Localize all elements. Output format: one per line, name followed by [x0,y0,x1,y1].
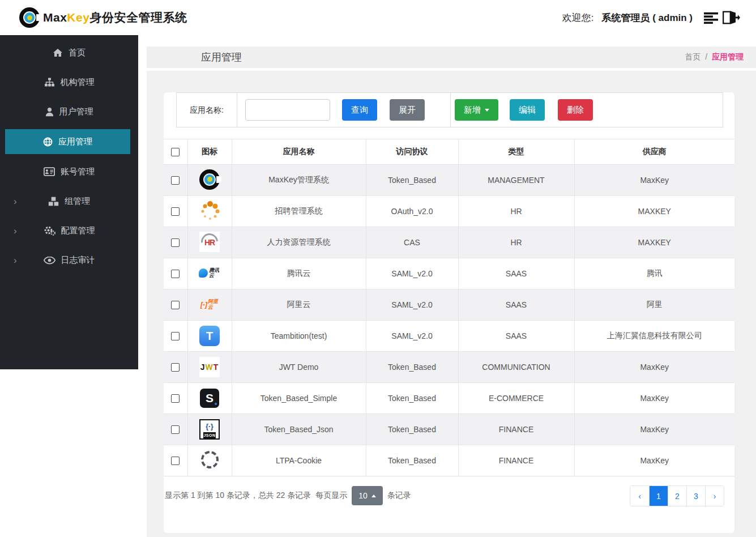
search-toolbar: 应用名称: 查询 展开 新增 编辑 删除 [176,92,723,127]
app-protocol-cell: Token_Based [366,383,458,414]
select-all-checkbox[interactable] [171,148,180,156]
sidebar-item-6[interactable]: ›配置管理 [0,219,138,242]
hr-app-icon: HR [199,232,220,252]
row-checkbox-cell [164,165,187,196]
logout-icon[interactable] [723,11,740,24]
table-row: LTPA-CookieToken_BasedFINANCEMaxKey [164,445,734,476]
table-row: TTeambition(test)SAML_v2.0SAAS上海汇翼信息科技有限… [164,321,734,352]
select-all-cell [164,139,187,165]
globe-icon [43,137,53,147]
app-table-body: MaxKey管理系统Token_BasedMANAGEMENTMaxKey招聘管… [164,165,734,476]
table-row: JWTJWT DemoToken_BasedCOMMUNICATIONMaxKe… [164,352,734,383]
app-icon-cell: S [187,383,232,414]
sidebar-item-0[interactable]: 首页 [0,41,138,65]
page-size-dropdown[interactable]: 10 [352,486,383,505]
add-button[interactable]: 新增 [455,99,498,121]
chevron-right-icon: › [14,197,17,206]
sidebar-item-2[interactable]: 用户管理 [0,100,138,123]
app-type-cell: SAAS [458,258,574,289]
records-suffix: 条记录 [387,491,411,501]
edit-button[interactable]: 编辑 [510,99,545,121]
app-type-cell: FINANCE [458,445,574,476]
table-row: {·}JSONToken_Based_JsonToken_BasedFINANC… [164,414,734,445]
app-name-input[interactable] [245,99,330,121]
breadcrumb-home-link[interactable]: 首页 [685,52,701,61]
sidebar-item-3[interactable]: 应用管理 [5,129,130,154]
app-icon-cell [187,165,232,196]
s-letter-app-icon: S [200,389,219,408]
app-protocol-cell: SAML_v2.0 [366,289,458,321]
row-checkbox[interactable] [171,332,180,340]
app-icon-cell: {·}JSON [187,414,232,445]
brand: MaxKey身份安全管理系统 [19,7,187,28]
app-icon-cell: T [187,321,232,352]
sidebar-item-5[interactable]: ›组管理 [0,189,138,213]
row-checkbox-cell [164,414,187,445]
column-header-type: 类型 [458,139,574,165]
table-row: 腾讯云腾讯云SAML_v2.0SAAS腾讯 [164,258,734,289]
app-icon-cell: HR [187,227,232,258]
teambition-app-icon: T [199,326,220,346]
current-user: 系统管理员 ( admin ) [601,11,693,24]
table-footer: 显示第 1 到第 10 条记录，总共 22 条记录 每页显示 10 条记录 ‹1… [165,484,734,507]
sidebar-item-label: 首页 [69,48,86,58]
chevron-right-icon: › [14,255,17,265]
table-row: 招聘管理系统OAuth_v2.0HRMAXKEY [164,196,734,227]
caret-up-icon [371,495,376,497]
app-vendor-cell: 腾讯 [574,258,734,289]
app-type-cell: HR [458,196,574,227]
row-checkbox[interactable] [171,176,180,185]
row-checkbox[interactable] [171,301,180,309]
expand-button[interactable]: 展开 [390,99,425,121]
id-card-icon [44,167,55,176]
sidebar: 首页机构管理用户管理应用管理账号管理›组管理›配置管理›日志审计 [0,35,138,369]
top-header: MaxKey身份安全管理系统 欢迎您: 系统管理员 ( admin ) [0,0,756,35]
column-header-protocol: 访问协议 [366,139,458,165]
pagination-prev[interactable]: ‹ [630,486,649,506]
row-checkbox[interactable] [171,425,180,434]
app-icon-cell: 腾讯云 [187,258,232,289]
sidebar-item-4[interactable]: 账号管理 [0,160,138,184]
row-checkbox[interactable] [171,457,180,465]
app-name-cell: LTPA-Cookie [232,445,366,476]
pagination-page-1[interactable]: 1 [649,486,668,506]
tencent-cloud-app-icon: 腾讯云 [199,268,220,279]
app-vendor-cell: MAXKEY [574,227,734,258]
table-row: HR人力资源管理系统CASHRMAXKEY [164,227,734,258]
sidebar-item-7[interactable]: ›日志审计 [0,248,138,272]
query-button[interactable]: 查询 [342,99,377,121]
user-icon [45,107,54,117]
maxkey-logo-icon [19,7,40,28]
app-name-cell: Token_Based_Json [232,414,366,445]
sidebar-item-1[interactable]: 机构管理 [0,70,138,94]
app-icon-cell: [-]阿里云 [187,289,232,321]
column-header-icon: 图标 [187,139,232,165]
pagination-page-2[interactable]: 2 [668,486,686,506]
app-protocol-cell: SAML_v2.0 [366,321,458,352]
row-checkbox[interactable] [171,238,180,247]
column-header-vendor: 供应商 [574,139,734,165]
app-vendor-cell: MaxKey [574,165,734,196]
row-checkbox[interactable] [171,394,180,403]
app-type-cell: SAAS [458,289,574,321]
pagination-page-3[interactable]: 3 [686,486,705,506]
app-type-cell: COMMUNICATION [458,352,574,383]
column-header-name: 应用名称 [232,139,366,165]
app-vendor-cell: MaxKey [574,352,734,383]
row-checkbox[interactable] [171,363,180,372]
row-checkbox[interactable] [171,270,180,278]
row-checkbox-cell [164,352,187,383]
row-checkbox-cell [164,445,187,476]
app-protocol-cell: CAS [366,227,458,258]
caret-down-icon [485,109,489,112]
app-vendor-cell: 上海汇翼信息科技有限公司 [574,321,734,352]
pagination-next[interactable]: › [705,486,724,506]
brand-title: MaxKey身份安全管理系统 [43,10,187,25]
sidebar-item-label: 账号管理 [61,167,95,177]
app-protocol-cell: Token_Based [366,165,458,196]
row-checkbox[interactable] [171,207,180,216]
search-field-label: 应用名称: [177,93,237,127]
list-icon[interactable] [704,12,718,24]
main-area: 应用管理 首页 / 应用管理 应用名称: 查询 展开 新增 [147,35,756,537]
delete-button[interactable]: 删除 [558,99,593,121]
